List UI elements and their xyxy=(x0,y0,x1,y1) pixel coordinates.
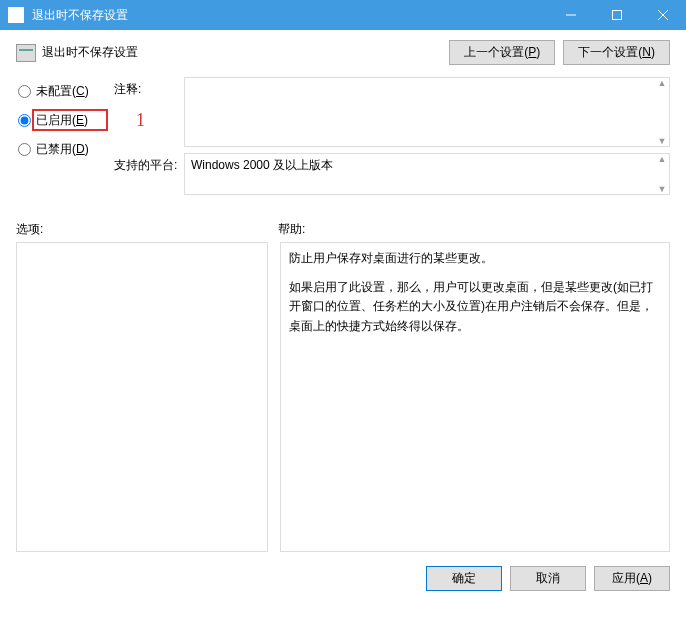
section-labels: 选项: 帮助: xyxy=(16,219,670,238)
scroll-up-icon[interactable]: ▲ xyxy=(655,154,669,164)
radio-not-configured-label: 未配置(C) xyxy=(36,83,89,100)
supported-label: 支持的平台: xyxy=(114,153,184,195)
maximize-button[interactable] xyxy=(594,0,640,30)
scroll-down-icon[interactable]: ▼ xyxy=(655,184,669,194)
help-panel: 防止用户保存对桌面进行的某些更改。 如果启用了此设置，那么，用户可以更改桌面，但… xyxy=(280,242,670,552)
comment-textbox[interactable]: ▲▼ xyxy=(184,77,670,147)
supported-scrollbar[interactable]: ▲▼ xyxy=(655,154,669,194)
options-panel xyxy=(16,242,268,552)
comment-scrollbar[interactable]: ▲▼ xyxy=(655,78,669,146)
minimize-button[interactable] xyxy=(548,0,594,30)
supported-value: Windows 2000 及以上版本 xyxy=(191,157,655,174)
state-radio-group: 未配置(C) 已启用(E) 已禁用(D) 1 xyxy=(18,83,114,201)
radio-enabled-label: 已启用(E) xyxy=(36,112,88,129)
options-label: 选项: xyxy=(16,219,278,238)
app-icon xyxy=(8,7,24,23)
radio-not-configured[interactable]: 未配置(C) xyxy=(18,83,114,100)
radio-disabled-input[interactable] xyxy=(18,143,31,156)
cancel-button[interactable]: 取消 xyxy=(510,566,586,591)
fields-column: 注释: ▲▼ 支持的平台: Windows 2000 及以上版本 ▲▼ xyxy=(114,77,670,201)
policy-icon xyxy=(16,44,36,62)
scroll-down-icon[interactable]: ▼ xyxy=(655,136,669,146)
top-section: 未配置(C) 已启用(E) 已禁用(D) 1 注释: ▲▼ 支 xyxy=(16,77,670,201)
comment-label: 注释: xyxy=(114,77,184,147)
next-setting-button[interactable]: 下一个设置(N) xyxy=(563,40,670,65)
radio-enabled-input[interactable] xyxy=(18,114,31,127)
panels: 防止用户保存对桌面进行的某些更改。 如果启用了此设置，那么，用户可以更改桌面，但… xyxy=(16,242,670,552)
window-controls xyxy=(548,0,686,30)
policy-title: 退出时不保存设置 xyxy=(42,44,441,61)
help-paragraph-1: 防止用户保存对桌面进行的某些更改。 xyxy=(289,249,661,268)
radio-disabled-label: 已禁用(D) xyxy=(36,141,89,158)
radio-not-configured-input[interactable] xyxy=(18,85,31,98)
dialog-body: 退出时不保存设置 上一个设置(P) 下一个设置(N) 未配置(C) 已启用(E)… xyxy=(0,30,686,633)
scroll-up-icon[interactable]: ▲ xyxy=(655,78,669,88)
comment-row: 注释: ▲▼ xyxy=(114,77,670,147)
radio-enabled[interactable]: 已启用(E) xyxy=(18,112,114,129)
supported-row: 支持的平台: Windows 2000 及以上版本 ▲▼ xyxy=(114,153,670,195)
radio-disabled[interactable]: 已禁用(D) xyxy=(18,141,114,158)
help-paragraph-2: 如果启用了此设置，那么，用户可以更改桌面，但是某些更改(如已打开窗口的位置、任务… xyxy=(289,278,661,336)
close-button[interactable] xyxy=(640,0,686,30)
apply-button[interactable]: 应用(A) xyxy=(594,566,670,591)
svg-rect-1 xyxy=(613,11,622,20)
supported-textbox: Windows 2000 及以上版本 ▲▼ xyxy=(184,153,670,195)
help-label: 帮助: xyxy=(278,219,305,238)
previous-setting-button[interactable]: 上一个设置(P) xyxy=(449,40,555,65)
window-titlebar: 退出时不保存设置 xyxy=(0,0,686,30)
dialog-header: 退出时不保存设置 上一个设置(P) 下一个设置(N) xyxy=(16,40,670,65)
dialog-footer: 确定 取消 应用(A) xyxy=(16,552,670,591)
ok-button[interactable]: 确定 xyxy=(426,566,502,591)
window-title: 退出时不保存设置 xyxy=(32,7,548,24)
